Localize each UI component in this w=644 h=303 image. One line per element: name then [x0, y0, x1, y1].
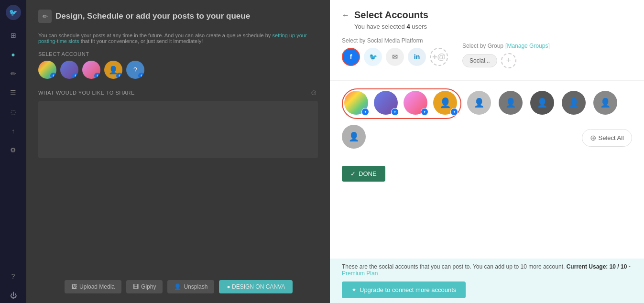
emoji-icon[interactable]: ☺ [310, 88, 318, 97]
platform-google[interactable]: ✉ [386, 48, 404, 66]
page-title: Design, Schedule or add your posts to yo… [55, 11, 250, 21]
upload-icon: 🖼 [71, 283, 77, 290]
account-item-1[interactable]: f [344, 91, 370, 117]
account-item-10[interactable]: 👤 [342, 125, 368, 151]
main-content: ✏ Design, Schedule or add your posts to … [26, 0, 330, 303]
plus-icon: ⊕ [590, 133, 596, 142]
text-area[interactable] [38, 101, 318, 158]
checkmark-icon: ✓ [350, 170, 356, 177]
sidebar-item-help[interactable]: ? [6, 269, 21, 284]
page-header: ✏ Design, Schedule or add your posts to … [38, 10, 318, 23]
sidebar-item-active[interactable]: ● [6, 47, 21, 62]
sidebar-item-list[interactable]: ☰ [6, 85, 21, 100]
sidebar-item-power[interactable]: ⏻ [6, 288, 21, 303]
panel-header: ← Select Accounts You have selected 4 us… [330, 0, 644, 81]
sidebar-item-share[interactable]: ⚙ [6, 142, 21, 158]
sidebar: 🐦 ⊞ ● ✏ ☰ ◌ ↑ ⚙ ? ⏻ [0, 0, 26, 303]
divider [330, 81, 644, 81]
unsplash-icon: 👤 [174, 283, 181, 290]
platform-buttons: f 🐦 ✉ in +@ [342, 48, 448, 66]
right-panel: ← Select Accounts You have selected 4 us… [330, 0, 644, 303]
unsplash-button[interactable]: 👤 Unsplash [167, 280, 214, 293]
fb-badge-2: f [72, 73, 78, 79]
account-item-3[interactable]: f [404, 91, 429, 117]
upgrade-button[interactable]: ✦ Upgrade to connect more accounts [342, 281, 466, 298]
page-header-icon: ✏ [38, 10, 52, 23]
platform-add[interactable]: +@ [430, 48, 448, 66]
star-icon: ✦ [351, 286, 357, 293]
account-avatars-left: f f f 👤f ?f [38, 61, 318, 79]
accounts-section: f f f 👤 f 👤 [330, 88, 644, 159]
group-buttons: Social... + [462, 53, 550, 68]
account-item-9[interactable]: 👤 [593, 91, 619, 117]
left-account-4[interactable]: 👤f [104, 61, 122, 79]
account-avatar-9: 👤 [593, 91, 617, 115]
account-avatar-8: 👤 [562, 91, 586, 115]
account-item-8[interactable]: 👤 [562, 91, 588, 117]
accounts-row: f f f 👤 f 👤 [342, 88, 632, 151]
fb-badge-3: f [94, 73, 100, 79]
fb-badge-1: f [50, 73, 56, 79]
page-description: You can schedule your posts at any time … [38, 32, 318, 44]
selected-count: You have selected 4 users [342, 23, 632, 30]
platform-twitter[interactable]: 🐦 [364, 48, 382, 66]
canva-icon: ● [227, 283, 230, 290]
group-filter-label: Select by Group [462, 43, 503, 49]
account-badge-3: f [421, 108, 428, 116]
account-item-4[interactable]: 👤 f [433, 91, 459, 117]
sidebar-item-upload[interactable]: ↑ [6, 123, 21, 139]
group-social-button[interactable]: Social... [462, 54, 497, 67]
platform-filter-label: Select by Social Media Platform [342, 37, 448, 44]
account-item-7[interactable]: 👤 [530, 91, 556, 117]
bottom-buttons: 🖼 Upload Media 🎞 Giphy 👤 Unsplash ● DESI… [65, 280, 293, 293]
giphy-button[interactable]: 🎞 Giphy [126, 280, 163, 293]
platform-linkedin[interactable]: in [408, 48, 426, 66]
left-account-5[interactable]: ?f [126, 61, 144, 79]
account-item-6[interactable]: 👤 [499, 91, 524, 117]
select-all-button[interactable]: ⊕ Select All [582, 129, 632, 147]
platform-facebook[interactable]: f [342, 48, 360, 66]
spacer [330, 189, 644, 259]
giphy-icon: 🎞 [133, 283, 139, 290]
design-on-canva-button[interactable]: ● DESIGN ON CANVA [219, 280, 293, 293]
account-avatar-5: 👤 [467, 91, 491, 115]
upload-media-button[interactable]: 🖼 Upload Media [65, 280, 121, 293]
account-avatar-6: 👤 [499, 91, 523, 115]
back-arrow[interactable]: ← [342, 11, 349, 20]
done-button[interactable]: ✓ DONE [342, 166, 385, 182]
sidebar-item-grid[interactable]: ⊞ [6, 28, 21, 43]
left-account-1[interactable]: f [38, 61, 56, 79]
selected-accounts-group: f f f 👤 f [342, 88, 461, 119]
group-filter: Select by Group [Manage Groups] Social..… [462, 43, 550, 68]
account-badge-1: f [361, 108, 369, 116]
account-avatar-10: 👤 [342, 125, 366, 149]
fb-badge-5: f [138, 73, 144, 79]
left-panel: 🐦 ⊞ ● ✏ ☰ ◌ ↑ ⚙ ? ⏻ ✏ Design, Schedule o… [0, 0, 330, 303]
account-badge-2: f [391, 108, 399, 116]
left-account-3[interactable]: f [82, 61, 100, 79]
account-badge-4: f [450, 108, 458, 116]
manage-groups-link[interactable]: [Manage Groups] [505, 43, 550, 49]
panel-title: Select Accounts [354, 10, 428, 21]
bottom-info-bar: These are the social accounts that you c… [330, 259, 644, 303]
bottom-info-text: These are the social accounts that you c… [342, 263, 632, 277]
sidebar-item-refresh[interactable]: ◌ [6, 104, 21, 119]
sidebar-item-edit[interactable]: ✏ [6, 66, 21, 81]
select-account-label: SELECT ACCOUNT [38, 51, 318, 57]
account-item-2[interactable]: f [374, 91, 400, 117]
account-avatar-7: 👤 [530, 91, 554, 115]
filter-sections: Select by Social Media Platform f 🐦 ✉ in… [342, 37, 632, 73]
account-item-5[interactable]: 👤 [467, 91, 493, 117]
premium-plan-link[interactable]: Premium Plan [342, 270, 378, 277]
fb-badge-4: f [116, 73, 122, 79]
what-share-label: WHAT WOULD YOU LIKE TO SHARE ☺ [38, 88, 318, 97]
sidebar-logo: 🐦 [6, 5, 21, 20]
platform-filter: Select by Social Media Platform f 🐦 ✉ in… [342, 37, 448, 73]
panel-title-row: ← Select Accounts [342, 10, 632, 21]
group-add-button[interactable]: + [501, 53, 516, 68]
left-account-2[interactable]: f [60, 61, 78, 79]
